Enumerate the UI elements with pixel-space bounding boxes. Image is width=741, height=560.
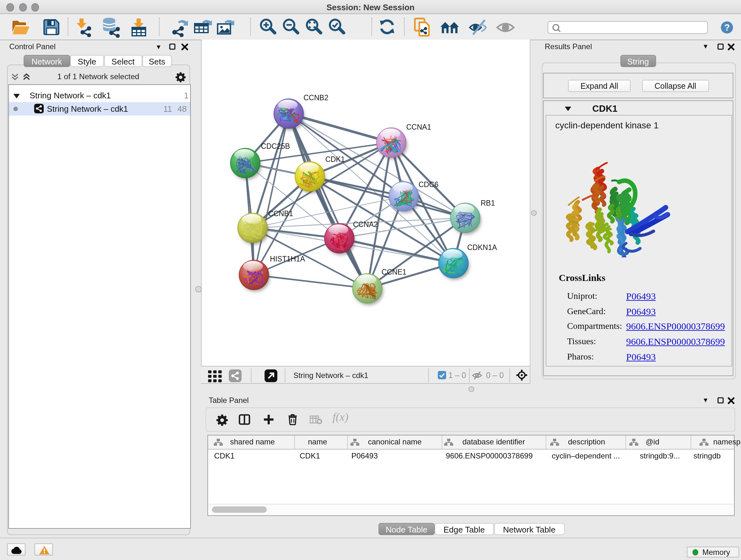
svg-text:CCNE1: CCNE1	[381, 268, 406, 276]
svg-text:CCNB2: CCNB2	[303, 94, 328, 102]
svg-text:CDK1: CDK1	[325, 155, 344, 164]
svg-text:HIST1H1A: HIST1H1A	[270, 255, 305, 263]
svg-text:CCNA2: CCNA2	[353, 220, 378, 229]
svg-text:RB1: RB1	[480, 199, 495, 207]
svg-text:CCNB1: CCNB1	[268, 209, 293, 218]
svg-text:CDC6: CDC6	[418, 180, 438, 189]
svg-text:CDC25B: CDC25B	[261, 142, 290, 150]
svg-text:?: ?	[724, 22, 730, 33]
svg-text:CCNA1: CCNA1	[406, 123, 431, 131]
svg-text:CDKN1A: CDKN1A	[467, 243, 497, 252]
